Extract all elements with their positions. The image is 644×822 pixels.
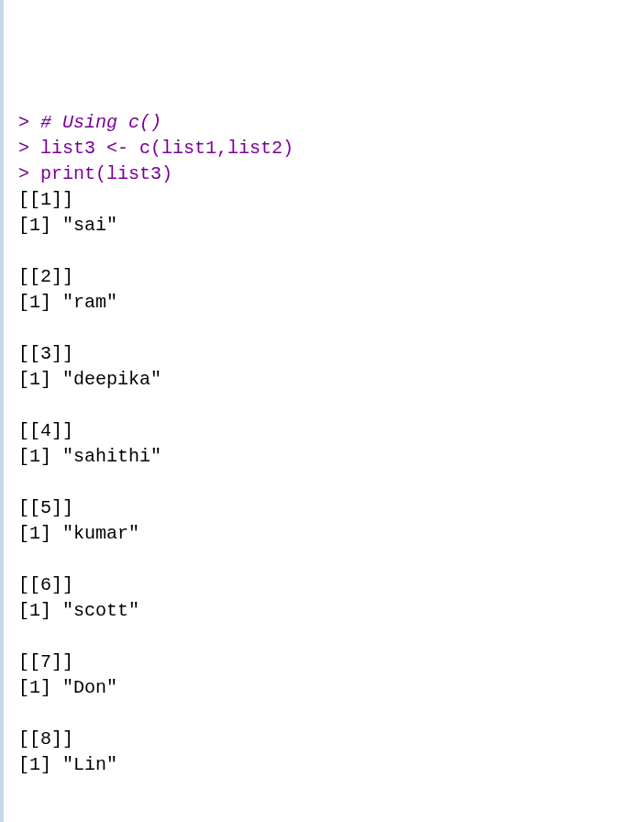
list-index: [[4]] [18,418,629,444]
list-value: [1] "ram" [18,290,629,316]
output-item-7: [[7]][1] "Don" [18,650,629,701]
output-item-1: [[1]][1] "sai" [18,187,629,239]
output-item-5: [[5]][1] "kumar" [18,495,629,547]
r-console: > # Using c()> list3 <- c(list1,list2)> … [18,110,629,778]
list-value: [1] "kumar" [18,521,629,547]
list-index: [[5]] [18,495,629,521]
input-line-2: > list3 <- c(list1,list2) [18,136,629,161]
prompt: > [18,163,40,184]
list-index: [[1]] [18,187,629,213]
input-line-3: > print(list3) [18,161,629,187]
input-line-1: > # Using c() [18,110,629,136]
list-value: [1] "Lin" [18,752,629,778]
list-value: [1] "sahithi" [18,444,629,470]
prompt: > [18,112,40,133]
output-item-2: [[2]][1] "ram" [18,264,629,316]
code-text: print(list3) [40,163,172,184]
list-index: [[8]] [18,727,629,752]
list-index: [[7]] [18,650,629,675]
list-value: [1] "Don" [18,675,629,701]
list-index: [[3]] [18,341,629,367]
list-value: [1] "sai" [18,213,629,239]
output-item-6: [[6]][1] "scott" [18,572,629,624]
list-index: [[2]] [18,264,629,290]
output-item-8: [[8]][1] "Lin" [18,727,629,778]
prompt: > [18,138,40,159]
output-item-4: [[4]][1] "sahithi" [18,418,629,470]
code-text: list3 <- c(list1,list2) [40,138,294,159]
output-item-3: [[3]][1] "deepika" [18,341,629,393]
comment-text: # Using c() [40,112,161,133]
list-value: [1] "scott" [18,598,629,624]
list-index: [[6]] [18,572,629,598]
list-value: [1] "deepika" [18,367,629,393]
